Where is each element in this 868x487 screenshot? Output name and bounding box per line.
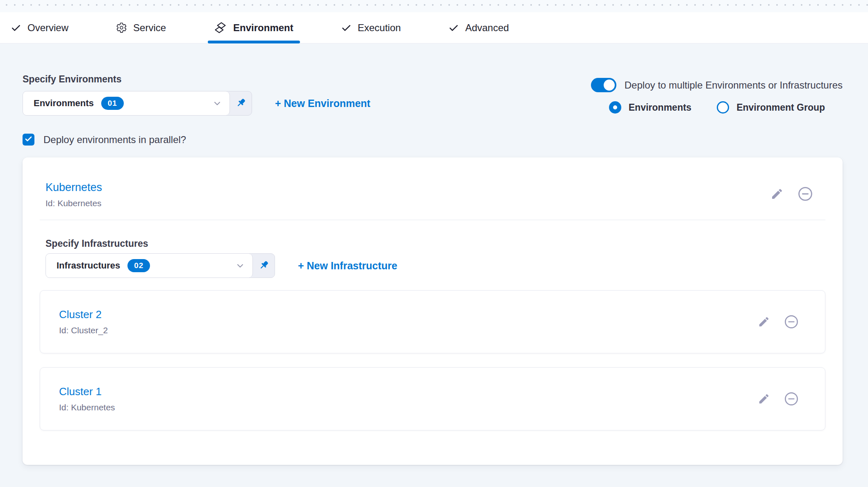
- infrastructure-title-block: Cluster 2 Id: Cluster_2: [59, 308, 108, 335]
- specify-environments-group: Specify Environments Environments 01: [23, 74, 370, 116]
- remove-infrastructure-icon[interactable]: [783, 391, 800, 407]
- parallel-checkbox[interactable]: [23, 134, 34, 146]
- environment-card: Kubernetes Id: Kubernetes Specify Infras…: [23, 157, 843, 465]
- tab-label: Execution: [358, 22, 401, 34]
- environments-dropdown[interactable]: Environments 01: [23, 91, 252, 116]
- tab-label: Overview: [27, 22, 68, 34]
- radio-selected-icon: [609, 101, 621, 114]
- infrastructure-title-block: Cluster 1 Id: Kubernetes: [59, 385, 115, 412]
- environments-radio-label: Environments: [629, 102, 691, 113]
- environments-count-badge: 01: [101, 97, 124, 110]
- toggle-knob: [604, 80, 615, 91]
- check-icon: [448, 23, 459, 33]
- pin-icon: [258, 259, 270, 273]
- environment-layers-icon: [214, 21, 227, 34]
- tab-service[interactable]: Service: [116, 12, 166, 43]
- parallel-checkbox-label: Deploy environments in parallel?: [43, 134, 186, 146]
- checkbox-check-icon: [24, 134, 33, 145]
- card-divider: [40, 220, 825, 220]
- environment-title-block: Kubernetes Id: Kubernetes: [45, 181, 102, 208]
- infrastructure-id: Id: Cluster_2: [59, 325, 108, 335]
- multi-env-toggle[interactable]: [591, 78, 616, 92]
- tab-overview[interactable]: Overview: [11, 12, 68, 43]
- check-icon: [11, 23, 21, 33]
- new-infrastructure-link[interactable]: + New Infrastructure: [298, 260, 397, 272]
- environments-dropdown-value[interactable]: Environments 01: [23, 91, 230, 115]
- gear-icon: [116, 22, 127, 33]
- edit-environment-icon[interactable]: [770, 187, 784, 200]
- edit-infrastructure-icon[interactable]: [758, 316, 770, 328]
- infrastructures-dropdown-text: Infrastructures: [57, 260, 120, 271]
- environment-group-radio-option[interactable]: Environment Group: [717, 101, 825, 114]
- remove-environment-icon[interactable]: [797, 185, 814, 203]
- remove-infrastructure-icon[interactable]: [783, 314, 800, 330]
- edit-infrastructure-icon[interactable]: [758, 393, 770, 405]
- environments-radio-option[interactable]: Environments: [609, 101, 691, 114]
- environment-name-link[interactable]: Kubernetes: [45, 181, 102, 194]
- infrastructure-id: Id: Kubernetes: [59, 403, 115, 412]
- deploy-parallel-row: Deploy environments in parallel?: [23, 134, 843, 146]
- radio-unselected-icon: [717, 101, 729, 114]
- new-environment-link[interactable]: + New Environment: [275, 98, 370, 109]
- pin-infrastructures-button[interactable]: [253, 254, 275, 278]
- pin-icon: [235, 97, 247, 110]
- pipeline-canvas-strip: [0, 0, 868, 12]
- pin-environments-button[interactable]: [230, 91, 252, 115]
- specify-environments-label: Specify Environments: [23, 74, 370, 85]
- stage-tab-bar: Overview Service Environment Execution A…: [0, 12, 868, 43]
- tab-label: Environment: [233, 22, 293, 34]
- chevron-down-icon: [235, 261, 245, 271]
- infrastructures-count-badge: 02: [127, 259, 150, 272]
- infrastructure-name-link[interactable]: Cluster 1: [59, 385, 102, 398]
- tab-label: Service: [133, 22, 166, 34]
- infrastructure-name-link[interactable]: Cluster 2: [59, 308, 102, 321]
- tab-environment[interactable]: Environment: [214, 12, 293, 43]
- infrastructures-dropdown[interactable]: Infrastructures 02: [45, 253, 275, 278]
- chevron-down-icon: [212, 98, 222, 108]
- infrastructures-dropdown-value[interactable]: Infrastructures 02: [46, 254, 253, 278]
- environment-group-radio-label: Environment Group: [736, 102, 825, 113]
- infrastructure-card: Cluster 1 Id: Kubernetes: [40, 367, 825, 430]
- multi-deploy-group: Deploy to multiple Environments or Infra…: [591, 78, 843, 114]
- environment-tab-panel: Specify Environments Environments 01: [0, 43, 868, 487]
- environment-id: Id: Kubernetes: [45, 198, 102, 208]
- multi-env-toggle-label: Deploy to multiple Environments or Infra…: [625, 80, 843, 91]
- tab-execution[interactable]: Execution: [341, 12, 401, 43]
- tab-label: Advanced: [465, 22, 509, 34]
- environments-dropdown-text: Environments: [34, 98, 94, 109]
- infrastructure-card: Cluster 2 Id: Cluster_2: [40, 290, 825, 353]
- check-icon: [341, 23, 352, 33]
- specify-infrastructures-label: Specify Infrastructures: [40, 238, 825, 249]
- tab-advanced[interactable]: Advanced: [448, 12, 509, 43]
